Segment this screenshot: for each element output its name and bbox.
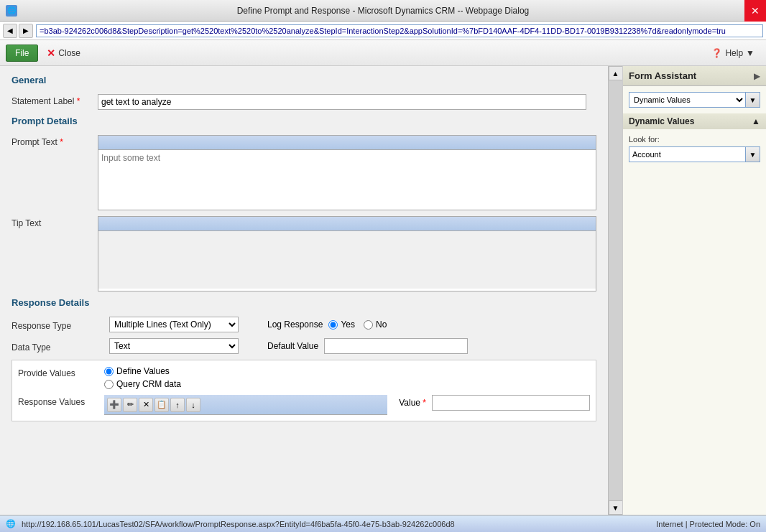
tip-text-toolbar	[98, 217, 596, 231]
response-values-section: Provide Values Define Values Query CRM d…	[11, 360, 596, 421]
prompt-text-toolbar	[98, 136, 596, 150]
tip-text-label: Tip Text	[11, 216, 98, 228]
delete-btn[interactable]: ✕	[139, 398, 153, 412]
scroll-up-btn[interactable]: ▲	[609, 66, 623, 80]
query-crm-radio[interactable]	[104, 380, 114, 389]
value-label: Value *	[399, 398, 426, 408]
content-area: General Statement Label * Prompt Details…	[0, 66, 608, 515]
query-crm-option[interactable]: Query CRM data	[104, 379, 181, 389]
close-button-label: Close	[58, 48, 80, 58]
add-btn[interactable]: ➕	[107, 398, 121, 412]
address-bar: ◀ ▶	[0, 22, 766, 40]
prompt-text-label: Prompt Text *	[11, 135, 98, 147]
fa-main-select[interactable]: Dynamic Values	[629, 92, 746, 108]
fa-select-arrow[interactable]: ▼	[746, 92, 760, 108]
data-type-select[interactable]: Text	[109, 338, 239, 354]
fa-dynamic-values-header: Dynamic Values ▲	[623, 113, 766, 129]
statement-label-input[interactable]	[98, 94, 586, 110]
default-value-label: Default Value	[267, 341, 318, 351]
tip-text-wrap	[98, 216, 596, 291]
prompt-text-row: Prompt Text *	[11, 135, 596, 210]
data-type-row: Data Type Text Default Value	[11, 338, 596, 354]
address-input[interactable]	[36, 24, 763, 37]
form-assistant-panel: Form Assistant ▶ Dynamic Values ▼ Dynami…	[622, 66, 766, 515]
fa-look-for-label: Look for:	[629, 135, 760, 144]
response-values-label: Response Values	[18, 395, 104, 407]
fa-lookup-input[interactable]	[629, 146, 746, 162]
general-section-header: General	[11, 75, 596, 88]
file-button[interactable]: File	[6, 45, 38, 62]
forward-button[interactable]: ▶	[19, 24, 33, 38]
nav-buttons: ◀ ▶	[3, 24, 33, 38]
provide-values-options: Define Values Query CRM data	[104, 366, 181, 389]
scroll-bar: ▲ ▼	[608, 66, 622, 515]
help-button[interactable]: ❓ Help ▼	[706, 45, 760, 61]
status-zone: Internet | Protected Mode: On	[656, 520, 760, 528]
fa-lookup-dropdown[interactable]: ▼	[746, 146, 760, 162]
response-values-content: ➕ ✏ ✕ 📋 ↑ ↓	[104, 395, 387, 415]
value-input[interactable]	[432, 395, 590, 411]
help-label: Help	[725, 48, 743, 58]
app-icon: 🌐	[6, 5, 17, 17]
response-type-label: Response Type	[11, 319, 98, 331]
provide-values-label: Provide Values	[18, 366, 104, 389]
statement-label-row: Statement Label *	[11, 94, 596, 110]
title-bar-text: Define Prompt and Response - Microsoft D…	[237, 6, 530, 16]
data-type-label: Data Type	[11, 340, 98, 353]
define-values-option[interactable]: Define Values	[104, 366, 181, 376]
response-type-row: Response Type Multiple Lines (Text Only)…	[11, 317, 596, 332]
close-button[interactable]: ✕ Close	[41, 45, 86, 62]
status-bar: 🌐 http://192.168.65.101/LucasTest02/SFA/…	[0, 515, 766, 532]
tip-text-input[interactable]	[98, 231, 596, 289]
data-type-select-wrap: Text	[109, 338, 239, 354]
down-btn[interactable]: ↓	[186, 398, 200, 412]
tip-text-row: Tip Text	[11, 216, 596, 291]
back-button[interactable]: ◀	[3, 24, 17, 38]
response-values-row: Response Values ➕ ✏ ✕ 📋 ↑ ↓ Value *	[12, 392, 596, 421]
window-close-button[interactable]: ✕	[744, 0, 766, 22]
log-response-yes-radio[interactable]	[328, 320, 338, 330]
prompt-text-wrap	[98, 135, 596, 210]
response-type-select-wrap: Multiple Lines (Text Only)	[109, 317, 239, 332]
response-values-toolbar: ➕ ✏ ✕ 📋 ↑ ↓	[104, 395, 387, 415]
provide-values-row: Provide Values Define Values Query CRM d…	[12, 360, 596, 392]
define-values-radio[interactable]	[104, 367, 114, 376]
form-assistant-title: Form Assistant	[629, 70, 696, 81]
form-assistant-body: Dynamic Values ▼ Dynamic Values ▲ Look f…	[623, 86, 766, 168]
default-value-input[interactable]	[324, 338, 468, 354]
fa-dropdown-wrap: Dynamic Values ▼	[629, 92, 760, 108]
scroll-down-btn[interactable]: ▼	[609, 500, 623, 515]
main-container: General Statement Label * Prompt Details…	[0, 66, 766, 515]
response-details-header: Response Details	[11, 297, 596, 311]
response-type-select[interactable]: Multiple Lines (Text Only)	[109, 317, 239, 332]
log-response-no[interactable]: No	[364, 319, 387, 330]
prompt-text-input[interactable]	[98, 150, 596, 207]
close-x-icon: ✕	[47, 47, 55, 59]
status-url: http://192.168.65.101/LucasTest02/SFA/wo…	[22, 520, 455, 528]
prompt-details-header: Prompt Details	[11, 116, 596, 129]
log-response-label: Log Response	[267, 319, 323, 330]
status-globe-icon: 🌐	[6, 519, 16, 528]
fa-lookup-wrap: ▼	[629, 146, 760, 162]
help-arrow: ▼	[746, 48, 755, 58]
title-bar: 🌐 Define Prompt and Response - Microsoft…	[0, 0, 766, 22]
toolbar: File ✕ Close ❓ Help ▼	[0, 40, 766, 66]
help-icon: ❓	[711, 48, 722, 58]
up-btn[interactable]: ↑	[170, 398, 185, 412]
value-input-row: Value *	[399, 395, 590, 411]
statement-label-label: Statement Label *	[11, 94, 98, 106]
form-assistant-expand[interactable]: ▶	[754, 71, 760, 81]
copy-btn[interactable]: 📋	[154, 398, 169, 412]
log-response-no-radio[interactable]	[364, 320, 373, 330]
log-response-radio-group: Yes No	[328, 319, 387, 330]
fa-collapse-btn[interactable]: ▲	[752, 116, 760, 126]
log-response-yes[interactable]: Yes	[328, 319, 355, 330]
form-assistant-header: Form Assistant ▶	[623, 66, 766, 86]
edit-btn[interactable]: ✏	[123, 398, 137, 412]
required-marker: *	[77, 96, 80, 106]
